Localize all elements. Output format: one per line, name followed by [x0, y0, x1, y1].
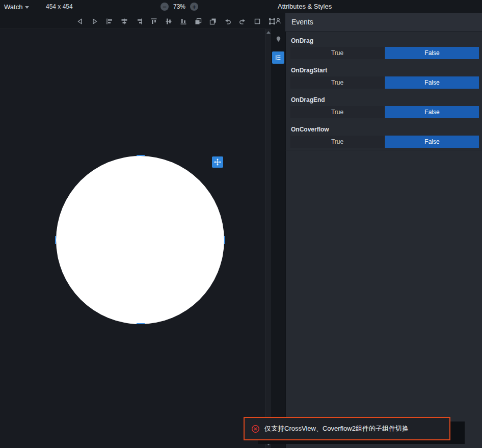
selection-handle-bottom[interactable]: [137, 323, 145, 324]
ondragend-true-button[interactable]: True: [290, 106, 384, 118]
events-list: OnDrag True False OnDragStart True False…: [285, 32, 482, 150]
ondrag-false-button[interactable]: False: [385, 47, 479, 59]
event-group-ondragend: OnDragEnd True False: [285, 91, 482, 120]
side-icon-strip: [271, 13, 285, 448]
transform-icon[interactable]: [266, 16, 278, 27]
chevron-down-icon: [25, 6, 29, 9]
events-panel-icon[interactable]: [272, 51, 284, 64]
ondragstart-false-button[interactable]: False: [385, 76, 479, 89]
zoom-controls: − 73% +: [160, 0, 198, 13]
error-toast: 仅支持CrossView、Coverflow2组件的子组件切换: [244, 417, 450, 440]
zoom-level: 73%: [173, 3, 185, 10]
ondragstart-true-button[interactable]: True: [290, 76, 384, 89]
align-left-icon[interactable]: [104, 16, 115, 27]
pin-icon[interactable]: [273, 34, 284, 45]
attributes-styles-title: Attributes & Styles: [278, 0, 332, 13]
ondrag-true-button[interactable]: True: [290, 47, 384, 59]
step-back-icon[interactable]: [74, 16, 86, 27]
canvas-scrollbar[interactable]: [265, 29, 271, 448]
toast-message: 仅支持CrossView、Coverflow2组件的子组件切换: [264, 424, 409, 433]
redo-icon[interactable]: [237, 16, 248, 27]
move-handle[interactable]: [212, 156, 223, 168]
move-cross-icon: [214, 159, 221, 166]
canvas-toolbar: [74, 14, 278, 29]
bring-forward-icon[interactable]: [193, 16, 204, 27]
event-group-ondragstart: OnDragStart True False: [285, 61, 482, 91]
selection-handle-right[interactable]: [224, 236, 225, 244]
event-name: OnDragEnd: [291, 96, 482, 104]
align-bottom-icon[interactable]: [178, 16, 189, 27]
zoom-in-button[interactable]: +: [190, 3, 198, 11]
zoom-out-button[interactable]: −: [160, 3, 169, 11]
event-name: OnDragStart: [291, 67, 482, 74]
error-circle-x-icon: [251, 425, 260, 433]
event-name: OnDrag: [291, 37, 482, 45]
play-icon[interactable]: [89, 16, 100, 27]
align-center-horizontal-icon[interactable]: [119, 16, 130, 27]
device-selector[interactable]: Watch: [4, 0, 29, 13]
frame-icon[interactable]: [252, 16, 263, 27]
align-right-icon[interactable]: [133, 16, 145, 27]
event-group-ondrag: OnDrag True False: [285, 32, 482, 61]
align-middle-vertical-icon[interactable]: [163, 16, 174, 27]
undo-icon[interactable]: [222, 16, 233, 27]
selection-handle-top[interactable]: [137, 155, 145, 156]
send-backward-icon[interactable]: [207, 16, 219, 27]
canvas-size-label: 454 x 454: [46, 0, 73, 13]
event-name: OnCoverflow: [291, 126, 482, 134]
align-top-icon[interactable]: [148, 16, 159, 27]
event-group-oncoverflow: OnCoverflow True False: [285, 120, 482, 150]
events-section-header: Events: [285, 13, 482, 32]
oncoverflow-true-button[interactable]: True: [290, 136, 384, 148]
selection-handle-left[interactable]: [55, 236, 56, 244]
oncoverflow-false-button[interactable]: False: [385, 136, 479, 148]
device-selector-label: Watch: [4, 3, 22, 11]
ondragend-false-button[interactable]: False: [385, 106, 479, 118]
circle-component[interactable]: [56, 156, 224, 324]
scroll-up-icon[interactable]: [266, 31, 271, 34]
